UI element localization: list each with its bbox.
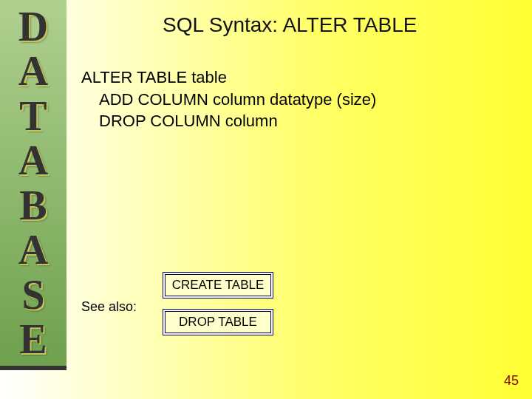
syntax-block: ALTER TABLE table ADD COLUMN column data…: [81, 66, 376, 132]
page-number: 45: [504, 373, 519, 389]
side-letter-t: T: [0, 95, 66, 137]
slide: D A T A B A S E SQL Syntax: ALTER TABLE …: [0, 0, 532, 399]
syntax-line-3: DROP COLUMN column: [81, 110, 376, 132]
syntax-line-1: ALTER TABLE table: [81, 66, 376, 89]
content-area: SQL Syntax: ALTER TABLE ALTER TABLE tabl…: [74, 0, 532, 399]
side-letter-a1: A: [0, 50, 66, 92]
page-title: SQL Syntax: ALTER TABLE: [163, 13, 417, 37]
side-letter-s: S: [0, 274, 66, 316]
see-also-label: See also:: [81, 299, 137, 315]
side-letter-a2: A: [0, 140, 66, 181]
syntax-line-2: ADD COLUMN column datatype (size): [81, 89, 376, 111]
side-letter-e: E: [0, 318, 66, 360]
drop-table-button[interactable]: DROP TABLE: [163, 309, 273, 335]
side-letter-d: D: [0, 6, 66, 47]
sidebar-band: D A T A B A S E: [0, 0, 66, 366]
side-letter-a3: A: [0, 229, 66, 270]
create-table-button[interactable]: CREATE TABLE: [163, 272, 273, 299]
sidebar-underline: [0, 366, 66, 370]
side-letter-b: B: [0, 185, 66, 226]
